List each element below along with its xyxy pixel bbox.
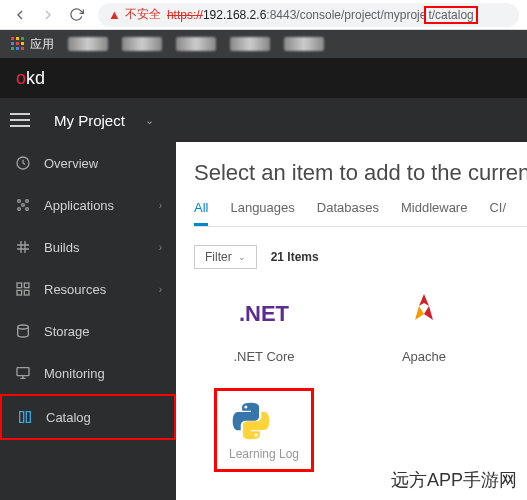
bookmark-blur-5[interactable]	[284, 37, 324, 51]
svg-rect-15	[17, 283, 22, 288]
apps-shortcut[interactable]: 应用	[10, 36, 54, 53]
item-count: 21 Items	[271, 250, 319, 264]
bookmark-blur-1[interactable]	[68, 37, 108, 51]
address-bar[interactable]: ▲ 不安全 https:// 192.168.2.6 :8443/console…	[98, 3, 519, 27]
resources-icon	[14, 280, 32, 298]
svg-point-13	[26, 208, 29, 211]
app-header: okd	[0, 58, 527, 98]
learning-log-label: Learning Log	[229, 447, 299, 461]
chevron-down-icon: ⌄	[145, 114, 154, 127]
url-host: 192.168.2.6	[203, 8, 266, 22]
hamburger-menu[interactable]	[10, 106, 38, 134]
insecure-label: 不安全	[125, 6, 161, 23]
tab-all[interactable]: All	[194, 200, 208, 226]
svg-point-10	[18, 200, 21, 203]
sidebar-item-label: Storage	[44, 324, 90, 339]
bookmark-blur-3[interactable]	[176, 37, 216, 51]
watermark: 远方APP手游网	[387, 466, 521, 494]
project-selector[interactable]: My Project ⌄	[54, 112, 154, 129]
sidebar-item-label: Applications	[44, 198, 114, 213]
project-name-label: My Project	[54, 112, 125, 129]
sidebar-item-resources[interactable]: Resources ›	[0, 268, 176, 310]
main-content: Select an item to add to the curren All …	[176, 142, 527, 500]
svg-rect-18	[24, 290, 29, 295]
sidebar-item-monitoring[interactable]: Monitoring	[0, 352, 176, 394]
sidebar: Overview Applications › Builds › Resourc…	[0, 142, 176, 500]
svg-rect-3	[11, 42, 14, 45]
svg-rect-16	[24, 283, 29, 288]
svg-rect-8	[21, 47, 24, 50]
svg-rect-4	[16, 42, 19, 45]
tab-middleware[interactable]: Middleware	[401, 200, 467, 226]
storage-icon	[14, 322, 32, 340]
card-label: Apache	[402, 349, 446, 364]
chevron-right-icon: ›	[159, 284, 162, 295]
url-path: :8443/console/project/myproje	[266, 8, 426, 22]
page-heading: Select an item to add to the curren	[194, 160, 527, 186]
svg-point-11	[26, 200, 29, 203]
dashboard-icon	[14, 154, 32, 172]
card-learning-log[interactable]: Learning Log	[214, 388, 314, 472]
svg-rect-20	[17, 368, 29, 376]
applications-icon	[14, 196, 32, 214]
filter-button[interactable]: Filter ⌄	[194, 245, 257, 269]
apache-logo	[409, 289, 439, 339]
catalog-icon	[16, 408, 34, 426]
python-icon	[229, 399, 273, 443]
svg-rect-6	[11, 47, 14, 50]
tab-cicd[interactable]: CI/	[489, 200, 506, 226]
sidebar-item-label: Monitoring	[44, 366, 105, 381]
bookmark-blur-4[interactable]	[230, 37, 270, 51]
monitoring-icon	[14, 364, 32, 382]
apps-icon	[10, 36, 26, 52]
chevron-right-icon: ›	[159, 242, 162, 253]
svg-rect-2	[21, 37, 24, 40]
back-button[interactable]	[8, 3, 32, 27]
reload-button[interactable]	[64, 3, 88, 27]
svg-point-14	[22, 204, 25, 207]
sidebar-item-label: Catalog	[46, 410, 91, 425]
dotnet-logo: .NET	[239, 289, 289, 339]
tab-databases[interactable]: Databases	[317, 200, 379, 226]
svg-rect-17	[17, 290, 22, 295]
svg-point-19	[18, 325, 29, 329]
url-scheme: https://	[167, 8, 203, 22]
builds-icon	[14, 238, 32, 256]
url-highlight: t/catalog	[424, 6, 477, 24]
warning-icon: ▲	[108, 7, 121, 22]
sidebar-item-applications[interactable]: Applications ›	[0, 184, 176, 226]
bookmarks-bar: 应用	[0, 30, 527, 58]
svg-rect-0	[11, 37, 14, 40]
tab-languages[interactable]: Languages	[230, 200, 294, 226]
browser-toolbar: ▲ 不安全 https:// 192.168.2.6 :8443/console…	[0, 0, 527, 30]
card-apache[interactable]: Apache	[354, 289, 494, 472]
project-bar: My Project ⌄	[0, 98, 527, 142]
chevron-down-icon: ⌄	[238, 252, 246, 262]
catalog-cards: .NET .NET Core Learning Log Apache	[194, 289, 527, 472]
category-tabs: All Languages Databases Middleware CI/	[194, 200, 527, 227]
svg-rect-5	[21, 42, 24, 45]
bookmark-blur-2[interactable]	[122, 37, 162, 51]
card-dotnet[interactable]: .NET .NET Core Learning Log	[194, 289, 334, 472]
sidebar-item-label: Resources	[44, 282, 106, 297]
sidebar-item-builds[interactable]: Builds ›	[0, 226, 176, 268]
filter-row: Filter ⌄ 21 Items	[194, 245, 527, 269]
svg-rect-7	[16, 47, 19, 50]
apps-label: 应用	[30, 36, 54, 53]
filter-label: Filter	[205, 250, 232, 264]
card-label: .NET Core	[233, 349, 294, 364]
chevron-right-icon: ›	[159, 200, 162, 211]
svg-point-12	[18, 208, 21, 211]
sidebar-item-label: Builds	[44, 240, 79, 255]
sidebar-item-overview[interactable]: Overview	[0, 142, 176, 184]
sidebar-item-catalog[interactable]: Catalog	[0, 394, 176, 440]
forward-button[interactable]	[36, 3, 60, 27]
sidebar-item-storage[interactable]: Storage	[0, 310, 176, 352]
sidebar-item-label: Overview	[44, 156, 98, 171]
svg-rect-1	[16, 37, 19, 40]
okd-logo[interactable]: okd	[16, 68, 45, 89]
